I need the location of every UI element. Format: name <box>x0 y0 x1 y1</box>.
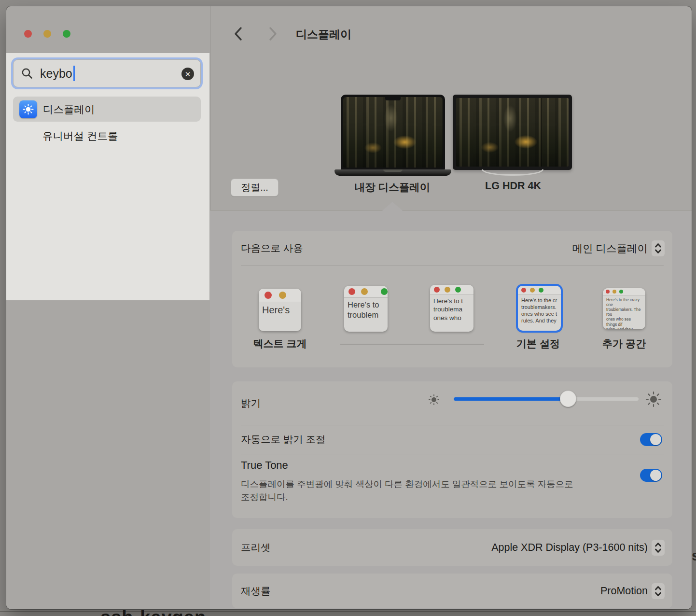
mini-close-icon <box>521 288 526 293</box>
scaling-option-more-space[interactable]: Here's to the crazy one troublemakers. T… <box>603 288 645 329</box>
thumb-text: Here's <box>259 302 301 319</box>
text-cursor <box>73 66 75 81</box>
search-input[interactable]: keybo ✕ <box>13 59 201 87</box>
search-result-label: 유니버설 컨트롤 <box>42 129 118 143</box>
builtin-display-preview[interactable] <box>341 95 445 170</box>
use-as-value: 메인 디스플레이 <box>572 241 648 255</box>
toggle-knob <box>650 470 661 481</box>
brightness-card: 밝기 자동으로 밝기 조절 True Tone 디스플레이를 주변광에 맞춰 색… <box>232 381 672 518</box>
mini-close-icon <box>606 290 610 294</box>
settings-content: 다음으로 사용 메인 디스플레이 Here's <box>210 210 692 609</box>
system-settings-window: keybo ✕ 디스플레이 <box>6 6 692 609</box>
mini-close-icon <box>434 287 440 293</box>
chevron-up-down-icon <box>652 540 665 556</box>
preset-card: 프리셋 Apple XDR Display (P3-1600 nits) <box>232 529 672 566</box>
clear-search-icon[interactable]: ✕ <box>181 68 194 80</box>
divider <box>241 265 664 266</box>
mini-zoom-icon <box>539 288 543 293</box>
mini-zoom-icon <box>619 290 623 294</box>
scaling-label-more-space: 추가 공간 <box>590 337 658 350</box>
thumb-text: Here's to the cr troublemakers. ones who… <box>518 295 561 326</box>
divider <box>241 454 664 454</box>
sidebar: keybo ✕ 디스플레이 <box>6 6 210 609</box>
thumb-text: Here's to troublem <box>344 298 388 322</box>
scaling-label-larger-text: 텍스트 크게 <box>246 337 314 350</box>
preset-value: Apple XDR Display (P3-1600 nits) <box>491 542 648 554</box>
brightness-knob[interactable] <box>560 391 576 407</box>
brightness-low-icon <box>428 394 440 407</box>
mini-zoom-icon <box>455 287 461 293</box>
scaling-option-2[interactable]: Here's to troublem <box>344 286 388 332</box>
selected-display-pointer <box>382 202 403 210</box>
true-tone-label: True Tone <box>241 459 288 472</box>
mini-minimize-icon <box>279 292 286 299</box>
use-as-label: 다음으로 사용 <box>241 231 303 266</box>
display-brightness-icon <box>19 100 37 118</box>
zoom-window-button[interactable] <box>63 30 70 38</box>
minimize-window-button[interactable] <box>43 30 51 38</box>
search-results-panel: keybo ✕ 디스플레이 <box>6 53 209 300</box>
mini-minimize-icon <box>530 288 535 293</box>
laptop-base <box>334 169 451 176</box>
mini-close-icon <box>348 288 355 295</box>
display-settings-card: 다음으로 사용 메인 디스플레이 Here's <box>232 231 672 367</box>
scaling-option-3[interactable]: Here's to t troublema ones who <box>430 285 473 332</box>
auto-brightness-label: 자동으로 밝기 조절 <box>241 425 325 454</box>
forward-button[interactable] <box>267 26 278 43</box>
thumb-text: Here's to the crazy one troublemakers. T… <box>603 295 645 329</box>
mini-minimize-icon <box>361 288 368 295</box>
page-title: 디스플레이 <box>296 27 351 42</box>
auto-brightness-toggle[interactable] <box>640 433 662 446</box>
builtin-display-label: 내장 디스플레이 <box>330 180 455 194</box>
mini-minimize-icon <box>445 287 450 293</box>
desktop-side-text: s <box>692 547 696 564</box>
scaling-option-larger-text[interactable]: Here's <box>259 289 301 331</box>
scaling-option-default[interactable]: Here's to the cr troublemakers. ones who… <box>518 286 561 331</box>
scaling-label-default: 기본 설정 <box>504 337 572 350</box>
refresh-rate-value: ProMotion <box>600 585 648 597</box>
chevron-up-down-icon <box>652 240 665 256</box>
brightness-fill <box>454 397 568 401</box>
search-icon <box>21 67 33 80</box>
brightness-high-icon <box>645 391 662 409</box>
true-tone-description: 디스플레이를 주변광에 맞춰 색상이 다른 환경에서도 일관적으로 보이도록 자… <box>241 478 608 504</box>
search-input-value: keybo <box>40 67 72 81</box>
refresh-rate-popup[interactable]: ProMotion <box>600 574 665 608</box>
external-display-preview[interactable] <box>453 95 572 170</box>
search-result-displays[interactable]: 디스플레이 <box>13 97 201 122</box>
thumb-text: Here's to t troublema ones who <box>430 295 473 324</box>
refresh-rate-label: 재생률 <box>241 574 271 608</box>
arrange-button[interactable]: 정렬... <box>231 179 278 196</box>
external-display-label: LG HDR 4K <box>465 180 561 192</box>
refresh-rate-card: 재생률 ProMotion <box>232 574 672 608</box>
laptop-notch <box>385 97 401 100</box>
back-button[interactable] <box>233 26 244 43</box>
search-result-universal-control[interactable]: 유니버설 컨트롤 <box>42 123 202 148</box>
brightness-slider[interactable] <box>454 397 639 401</box>
true-tone-toggle[interactable] <box>640 469 662 482</box>
use-as-popup[interactable]: 메인 디스플레이 <box>572 231 665 266</box>
scaling-connector-line <box>340 344 484 345</box>
preset-popup[interactable]: Apple XDR Display (P3-1600 nits) <box>491 529 665 566</box>
close-window-button[interactable] <box>24 30 32 38</box>
toggle-knob <box>650 434 661 445</box>
monitor-stand <box>482 169 543 176</box>
chevron-up-down-icon <box>652 583 665 599</box>
mini-zoom-icon <box>381 288 388 295</box>
mini-close-icon <box>264 292 272 299</box>
brightness-label: 밝기 <box>241 381 261 425</box>
search-result-label: 디스플레이 <box>43 102 95 116</box>
mini-minimize-icon <box>612 290 616 294</box>
preset-label: 프리셋 <box>241 529 271 566</box>
wallpaper-seam <box>541 98 542 167</box>
